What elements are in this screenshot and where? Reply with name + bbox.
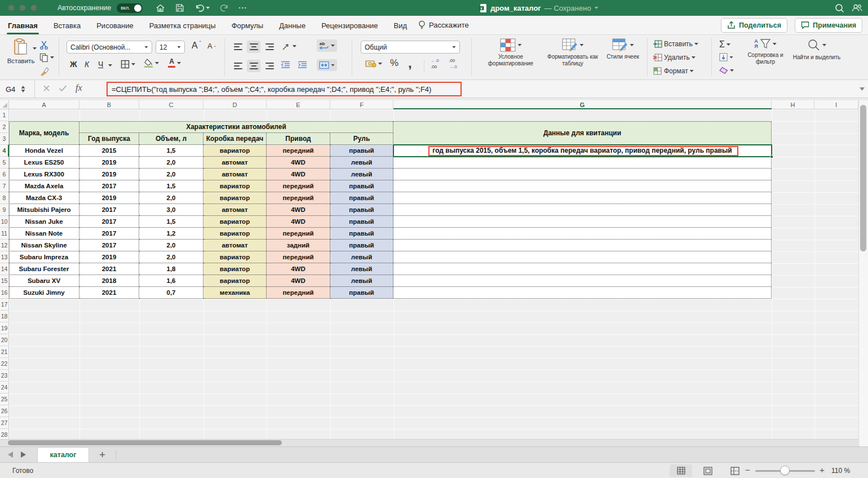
fill-color-button[interactable] [144,59,159,68]
paste-button[interactable]: Вставить [6,38,36,65]
cell-C4[interactable]: 1,5 [139,145,203,157]
cell-B8[interactable]: 2019 [79,192,139,204]
cell-C13[interactable]: 2,0 [139,251,203,263]
row-header-6[interactable]: 6 [0,169,9,180]
cell-D4[interactable]: вариатор [203,145,267,157]
cell-D15[interactable]: вариатор [203,275,267,287]
cell-F15[interactable]: левый [330,275,393,287]
cell-A12[interactable]: Nissan Skyline [9,240,79,251]
name-box[interactable]: G4 [0,80,35,98]
prev-sheet-icon[interactable] [8,452,13,458]
row-header-3[interactable]: 3 [0,133,9,145]
cell-E4[interactable]: передний [267,145,330,157]
cell-G8[interactable] [393,192,772,204]
row-header-18[interactable]: 18 [0,311,9,322]
redo-icon[interactable] [220,3,229,12]
format-as-table-button[interactable]: Форматировать как таблицу [542,38,603,67]
cell-D3-header[interactable]: Коробка передач [203,133,267,145]
increase-indent-button[interactable] [298,61,307,69]
cell-C16[interactable]: 0,7 [139,287,203,299]
increase-decimal-button[interactable]: ←.0 .00 [431,59,439,69]
format-cells-button[interactable]: Формат [653,67,694,76]
wrap-text-button[interactable]: ab [317,39,337,52]
zoom-window-button[interactable] [30,5,37,11]
share-button[interactable]: Поделиться [721,18,787,33]
font-color-button[interactable]: А [168,59,181,68]
save-icon[interactable] [175,3,184,12]
row-header-27[interactable]: 27 [0,417,9,429]
row-header-14[interactable]: 14 [0,263,9,275]
font-size-select[interactable]: 12 [156,41,185,54]
cell-E14[interactable]: 4WD [267,263,330,275]
name-box-stepper[interactable] [21,86,32,92]
align-top-button[interactable] [231,41,245,53]
cell-C8[interactable]: 2,0 [139,192,203,204]
more-commands-icon[interactable]: ··· [238,4,247,12]
cell-B7[interactable]: 2017 [79,180,139,192]
row-header-15[interactable]: 15 [0,275,9,287]
cell-D10[interactable]: вариатор [203,216,267,228]
align-center-button[interactable] [247,60,260,72]
cell-A15[interactable]: Subaru XV [9,275,79,287]
tell-me-group[interactable]: Расскажите [418,20,469,30]
close-window-button[interactable] [8,5,15,11]
column-header-I[interactable]: I [814,100,858,109]
cell-G5[interactable] [393,157,772,169]
cell-C12[interactable]: 2,0 [139,240,203,251]
cell-B14[interactable]: 2021 [79,263,139,275]
row-header-19[interactable]: 19 [0,322,9,334]
cell-E11[interactable]: передний [267,228,330,240]
cell-C6[interactable]: 2,0 [139,169,203,180]
row-header-7[interactable]: 7 [0,180,9,192]
cell-G15[interactable] [393,275,772,287]
cell-A9[interactable]: Mitsubishi Pajero [9,204,79,216]
cell-G14[interactable] [393,263,772,275]
fx-icon[interactable]: fx [76,83,82,93]
column-header-A[interactable]: A [9,100,79,109]
zoom-level[interactable]: 110 % [831,467,850,475]
clear-button[interactable] [719,67,734,74]
cell-G4[interactable]: год выпуска 2015, объем 1,5, коробка пер… [393,145,772,157]
cell-C7[interactable]: 1,5 [139,180,203,192]
minimize-window-button[interactable] [19,5,26,11]
cell-F5[interactable]: левый [330,157,393,169]
font-name-select[interactable]: Calibri (Основной... [67,41,152,54]
cancel-icon[interactable] [43,85,50,92]
cell-styles-button[interactable]: Стили ячеек [603,38,643,60]
number-format-select[interactable]: Общий [361,41,460,54]
cell-C11[interactable]: 1,2 [139,228,203,240]
fill-button[interactable] [719,53,733,61]
cell-A7[interactable]: Mazda Axela [9,180,79,192]
next-sheet-icon[interactable] [21,452,26,458]
ribbon-tab-7[interactable]: Рецензирование [321,16,378,34]
cell-G16[interactable] [393,287,772,299]
merge-center-button[interactable] [317,59,337,71]
cell-A13[interactable]: Subaru Impreza [9,251,79,263]
cell-G11[interactable] [393,228,772,240]
cell-F14[interactable]: левый [330,263,393,275]
page-layout-view-button[interactable] [697,464,719,477]
cell-D9[interactable]: автомат [203,204,267,216]
cell-E12[interactable]: задний [267,240,330,251]
cell-A16[interactable]: Suzuki Jimny [9,287,79,299]
row-header-25[interactable]: 25 [0,393,9,405]
cell-G6[interactable] [393,169,772,180]
cell-A5[interactable]: Lexus ES250 [9,157,79,169]
decrease-font-icon[interactable]: Aˇ [207,41,216,51]
cell-F3-header[interactable]: Руль [330,133,393,145]
account-people-icon[interactable] [852,3,862,12]
undo-icon[interactable] [194,3,210,12]
cell-G2-receipt-header[interactable]: Данные для квитанции [393,121,772,145]
cell-D11[interactable]: вариатор [203,228,267,240]
comments-button[interactable]: Примечания [795,18,862,33]
cell-A11[interactable]: Nissan Note [9,228,79,240]
cell-E16[interactable]: передний [267,287,330,299]
cell-D13[interactable]: вариатор [203,251,267,263]
row-header-26[interactable]: 26 [0,405,9,417]
cell-B10[interactable]: 2017 [79,216,139,228]
autosave-toggle[interactable]: вкл. [117,3,143,13]
cell-B6[interactable]: 2019 [79,169,139,180]
row-header-8[interactable]: 8 [0,192,9,204]
cell-A4[interactable]: Honda Vezel [9,145,79,157]
row-header-13[interactable]: 13 [0,251,9,263]
